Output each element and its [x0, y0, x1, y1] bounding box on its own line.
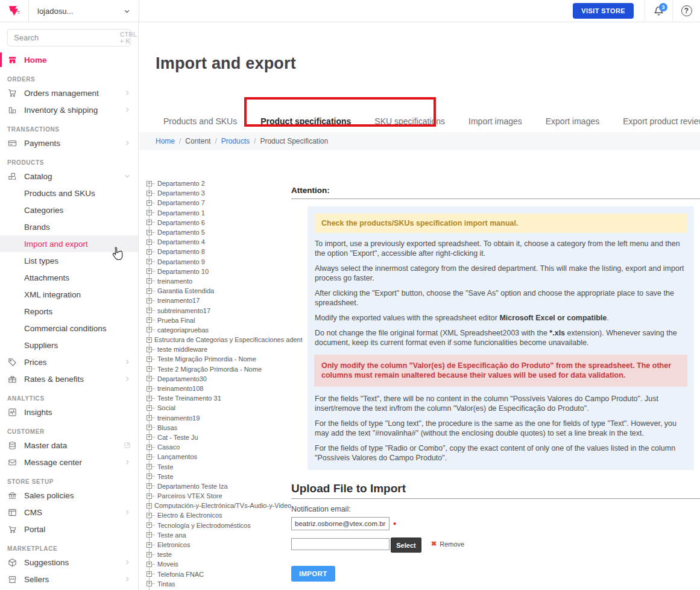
sidebar-item-commercial-conditions[interactable]: Commercial conditions	[0, 320, 138, 337]
tree-expand-icon[interactable]: +	[147, 405, 152, 411]
tree-expand-icon[interactable]: +	[147, 347, 152, 352]
sidebar-item-import-and-export[interactable]: Import and export	[0, 235, 138, 252]
sidebar-item-prices[interactable]: Prices	[0, 354, 138, 370]
breadcrumb-item-products[interactable]: Products	[221, 137, 250, 145]
tree-expand-icon[interactable]: +	[147, 191, 152, 196]
tree-expand-icon[interactable]: +	[147, 532, 152, 538]
tree-expand-icon[interactable]: +	[147, 386, 152, 392]
tree-expand-icon[interactable]: +	[147, 454, 152, 460]
tree-expand-icon[interactable]: +	[147, 562, 152, 567]
tree-expand-icon[interactable]: +	[147, 288, 152, 294]
sidebar-item-list-types[interactable]: List types	[0, 252, 138, 269]
sidebar-item-orders-management[interactable]: Orders management	[0, 84, 138, 101]
sidebar-search[interactable]: CTRL + K	[7, 29, 131, 46]
tree-expand-icon[interactable]: +	[147, 503, 152, 509]
manual-notice[interactable]: Check the products/SKUs specification im…	[314, 214, 687, 233]
tree-expand-icon[interactable]: +	[147, 571, 152, 577]
notification-email-input[interactable]	[291, 517, 389, 530]
vtex-logo[interactable]	[0, 0, 29, 22]
tree-node-label[interactable]: Parceiros VTEX Store	[157, 492, 222, 500]
sidebar-item-sellers[interactable]: Sellers	[0, 571, 138, 588]
tree-node-label[interactable]: Teste 2 Migração Primordia - Nome	[157, 366, 262, 373]
sidebar-item-reports[interactable]: Reports	[0, 303, 138, 320]
tree-node-label[interactable]: Departamento 1	[157, 209, 205, 217]
tree-node-label[interactable]: Teste Migração Primordia - Nome	[157, 355, 256, 363]
tree-node-label[interactable]: treinamento17	[157, 297, 200, 304]
tree-expand-icon[interactable]: +	[147, 445, 152, 450]
tree-node-label[interactable]: Departamento 8	[157, 248, 205, 255]
sidebar-item-rates-benefits[interactable]: Rates & benefits	[0, 370, 138, 387]
tree-expand-icon[interactable]: +	[147, 298, 152, 303]
tree-node-label[interactable]: Lançamentos	[157, 453, 197, 460]
sidebar-item-attachments[interactable]: Attachments	[0, 269, 138, 286]
tree-node-label[interactable]: Departamento 3	[157, 189, 205, 197]
tree-expand-icon[interactable]: +	[147, 522, 152, 528]
tree-node-label[interactable]: Computación-y-Electrónica/TVs-Audio-y-Vi…	[154, 502, 302, 509]
sidebar-item-products-and-skus[interactable]: Products and SKUs	[0, 185, 138, 201]
tree-node-label[interactable]: Departamento 6	[157, 219, 205, 226]
tree-node-label[interactable]: teste	[157, 551, 172, 558]
tree-expand-icon[interactable]: +	[147, 220, 152, 225]
sidebar-item-catalog[interactable]: Catalog	[0, 168, 138, 185]
sidebar-item-master-data[interactable]: Master data	[0, 437, 138, 454]
store-selector[interactable]: lojadosu...	[29, 0, 139, 22]
tree-node-label[interactable]: Eletronicos	[157, 541, 190, 548]
tree-expand-icon[interactable]: +	[147, 552, 152, 557]
tree-node-label[interactable]: Moveis	[157, 560, 178, 568]
tree-expand-icon[interactable]: +	[147, 366, 152, 372]
tree-node-label[interactable]: Estructura de Categorias y Especificacio…	[154, 336, 302, 343]
tree-node-label[interactable]: Departamento 5	[157, 229, 205, 236]
tree-expand-icon[interactable]: +	[147, 376, 152, 381]
tree-node-label[interactable]: Departamento 2	[157, 180, 205, 187]
tree-node-label[interactable]: teste middleware	[157, 346, 207, 353]
tree-expand-icon[interactable]: +	[147, 249, 152, 255]
tree-expand-icon[interactable]: +	[147, 317, 152, 323]
tree-node-label[interactable]: Prueba Final	[157, 317, 195, 324]
sidebar-item-inventory-shipping[interactable]: Inventory & shipping	[0, 101, 138, 118]
tree-expand-icon[interactable]: +	[147, 425, 152, 430]
tab-export-product-reviews[interactable]: Export product reviews	[623, 116, 700, 126]
tree-node-label[interactable]: Teste	[157, 463, 173, 471]
tree-expand-icon[interactable]: +	[147, 513, 152, 518]
tree-node-label[interactable]: treinamento108	[157, 385, 203, 392]
tab-import-images[interactable]: Import images	[468, 116, 522, 126]
sidebar-item-suppliers[interactable]: Suppliers	[0, 337, 138, 354]
sidebar-item-sales-policies[interactable]: Sales policies	[0, 487, 138, 504]
tree-node-label[interactable]: Tintas	[157, 580, 175, 588]
tree-expand-icon[interactable]: +	[147, 278, 152, 284]
search-input[interactable]	[14, 33, 120, 42]
sidebar-item-insights[interactable]: Insights	[0, 404, 138, 420]
sidebar-item-categories[interactable]: Categories	[0, 201, 138, 218]
tree-node-label[interactable]: Departamento 9	[157, 258, 205, 265]
tree-expand-icon[interactable]: +	[147, 464, 152, 469]
tree-expand-icon[interactable]: +	[147, 542, 152, 548]
sidebar-item-brands[interactable]: Brands	[0, 218, 138, 235]
tree-node-label[interactable]: categoriapruebas	[157, 326, 209, 334]
tree-node-label[interactable]: Garantia Estendida	[157, 287, 214, 294]
breadcrumb-item-home[interactable]: Home	[156, 137, 175, 145]
tree-node-label[interactable]: Casaco	[157, 443, 180, 451]
tree-expand-icon[interactable]: +	[147, 396, 152, 401]
tree-node-label[interactable]: Departamento 10	[157, 268, 209, 275]
tree-node-label[interactable]: Teste Treinamento 31	[157, 395, 221, 402]
tree-expand-icon[interactable]: +	[147, 357, 152, 362]
tree-expand-icon[interactable]: +	[147, 483, 152, 489]
tree-node-label[interactable]: Electro & Electronicos	[157, 512, 222, 519]
tree-expand-icon[interactable]: +	[147, 434, 152, 440]
file-path-input[interactable]	[291, 538, 389, 550]
tree-node-label[interactable]: subtreinamento17	[157, 307, 210, 314]
tree-node-label[interactable]: Departamento 4	[157, 238, 205, 246]
tree-expand-icon[interactable]: +	[147, 210, 152, 215]
tree-node-label[interactable]: Social	[157, 404, 175, 411]
remove-file-link[interactable]: ✖ Remove	[431, 540, 464, 548]
tree-expand-icon[interactable]: +	[147, 327, 152, 332]
tree-expand-icon[interactable]: +	[147, 415, 152, 420]
tab-sku-specifications[interactable]: SKU specifications	[374, 116, 445, 126]
tree-node-label[interactable]: treinamento19	[157, 414, 200, 422]
tree-expand-icon[interactable]: +	[147, 181, 152, 186]
tree-node-label[interactable]: Departamento 7	[157, 199, 205, 206]
tree-expand-icon[interactable]: +	[147, 581, 152, 586]
tree-expand-icon[interactable]: +	[147, 337, 152, 343]
tab-export-images[interactable]: Export images	[546, 116, 599, 126]
tree-expand-icon[interactable]: +	[147, 200, 152, 206]
